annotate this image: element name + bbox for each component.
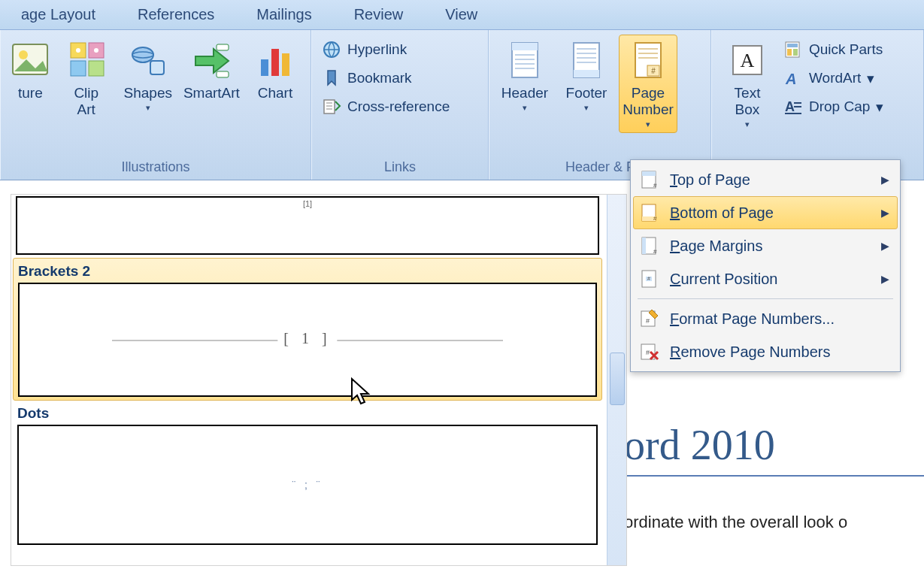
dropdown-arrow-icon: ▾	[745, 120, 750, 129]
pagenumber-menu: # Top of Page ▶ # Bottom of Page ▶ # Pag…	[630, 159, 901, 372]
clipart-label: Clip Art	[74, 85, 98, 118]
tab-page-layout[interactable]: age Layout	[0, 0, 117, 29]
menu-top-of-page[interactable]: # Top of Page ▶	[633, 163, 898, 196]
svg-point-8	[132, 47, 153, 62]
textbox-label: Text Box	[735, 85, 761, 118]
submenu-arrow-icon: ▶	[881, 174, 889, 186]
crossref-button[interactable]: Cross-reference	[318, 93, 458, 120]
remove-icon: #	[638, 341, 659, 362]
page-icon: #	[638, 235, 659, 256]
tab-references[interactable]: References	[117, 0, 235, 29]
ribbon: ture Clip Art Shapes	[0, 30, 924, 180]
dropcap-button[interactable]: A Drop Cap ▾	[780, 93, 892, 120]
svg-rect-19	[512, 43, 538, 50]
svg-rect-14	[271, 49, 279, 76]
preview-pagenum: [ 1 ]	[277, 330, 337, 347]
header-button[interactable]: Header ▾	[495, 35, 554, 117]
gallery-item-brackets2[interactable]: Brackets 2 [ 1 ]	[13, 258, 602, 401]
menu-bottom-of-page[interactable]: # Bottom of Page ▶	[633, 196, 898, 229]
clipart-button[interactable]: Clip Art	[57, 35, 116, 122]
svg-text:A: A	[741, 50, 755, 71]
menu-page-margins[interactable]: # Page Margins ▶	[633, 229, 898, 262]
dropdown-arrow-icon: ▾	[146, 103, 150, 113]
footer-button[interactable]: Footer ▾	[557, 35, 616, 117]
svg-rect-40	[642, 238, 646, 254]
bookmark-icon	[322, 68, 341, 88]
svg-rect-12	[217, 71, 229, 77]
svg-point-7	[94, 48, 98, 53]
svg-text:#: #	[646, 349, 650, 356]
svg-rect-5	[89, 61, 104, 76]
dropdown-arrow-icon: ▾	[584, 103, 589, 113]
svg-rect-11	[217, 44, 229, 50]
bookmark-button[interactable]: Bookmark	[318, 65, 458, 92]
svg-text:#: #	[646, 317, 650, 325]
svg-rect-21	[574, 70, 599, 77]
scrollbar-thumb[interactable]	[610, 353, 625, 405]
page-icon: #	[638, 169, 659, 190]
textbox-button[interactable]: A Text Box ▾	[718, 35, 777, 133]
tab-view[interactable]: View	[424, 0, 498, 29]
wordart-icon: A	[783, 68, 803, 88]
quickparts-icon	[783, 40, 803, 59]
format-icon: #	[638, 308, 659, 329]
pagenumber-button[interactable]: # Page Number ▾	[619, 35, 677, 133]
gallery-preview: [ 1 ]	[18, 283, 597, 397]
picture-button[interactable]: ture	[7, 35, 54, 105]
submenu-arrow-icon: ▶	[881, 240, 889, 252]
chart-icon	[255, 38, 295, 82]
submenu-arrow-icon: ▶	[881, 207, 889, 219]
footer-label: Footer	[566, 85, 607, 101]
menu-format-page-numbers[interactable]: # Format Page Numbers...	[633, 302, 898, 335]
chart-button[interactable]: Chart	[246, 35, 304, 105]
gallery-item-title: Dots	[13, 401, 602, 425]
group-links: Hyperlink Bookmark Cross-reference	[311, 30, 489, 180]
svg-point-6	[76, 48, 80, 53]
smartart-button[interactable]: SmartArt	[180, 35, 243, 105]
submenu-arrow-icon: ▶	[881, 273, 889, 285]
svg-rect-13	[261, 59, 268, 76]
menu-separator	[638, 298, 893, 299]
group-links-label: Links	[314, 157, 486, 178]
menu-current-position[interactable]: # Current Position ▶	[633, 262, 898, 295]
hyperlink-icon	[322, 40, 341, 59]
svg-text:#: #	[653, 248, 657, 255]
pagenumber-gallery: [1] Brackets 2 [ 1 ] Dots ¨ ; ¨	[11, 194, 627, 566]
svg-text:#: #	[651, 67, 656, 75]
gallery-item-dots[interactable]: Dots ¨ ; ¨	[13, 401, 602, 545]
document-body-text: ordinate with the overall look o	[624, 513, 924, 532]
gallery-scrollbar[interactable]	[607, 195, 626, 565]
gallery-preview[interactable]: [1]	[16, 196, 599, 255]
pagenumber-icon: #	[628, 38, 668, 82]
bookmark-label: Bookmark	[347, 70, 412, 86]
shapes-button[interactable]: Shapes ▾	[119, 35, 177, 117]
footer-icon	[566, 38, 607, 82]
svg-rect-28	[787, 44, 798, 47]
svg-rect-4	[71, 61, 86, 76]
quickparts-button[interactable]: Quick Parts	[780, 36, 892, 63]
svg-text:A: A	[785, 71, 796, 87]
menu-remove-page-numbers[interactable]: # Remove Page Numbers	[633, 335, 898, 368]
group-illustrations-label: Illustrations	[2, 157, 309, 178]
svg-rect-10	[150, 61, 164, 74]
group-illustrations: ture Clip Art Shapes	[0, 30, 311, 180]
svg-text:#: #	[653, 215, 657, 222]
group-text: A Text Box ▾ Quick Parts A	[711, 30, 924, 180]
picture-icon	[10, 38, 50, 82]
svg-text:A: A	[785, 99, 795, 114]
hyperlink-button[interactable]: Hyperlink	[318, 36, 458, 63]
tab-review[interactable]: Review	[333, 0, 425, 29]
header-label: Header	[501, 85, 548, 101]
group-headerfooter: Header ▾ Footer ▾ # Page Num	[489, 30, 711, 180]
smartart-icon	[191, 38, 232, 82]
dropdown-arrow-icon: ▾	[523, 103, 527, 113]
dropdown-arrow-icon: ▾	[876, 98, 883, 116]
dropcap-label: Drop Cap	[809, 98, 870, 115]
crossref-icon	[322, 97, 341, 117]
picture-label: ture	[18, 85, 43, 101]
gallery-item-title: Brackets 2	[14, 259, 601, 283]
wordart-button[interactable]: A WordArt ▾	[780, 65, 892, 92]
dropcap-icon: A	[783, 97, 803, 117]
svg-rect-34	[642, 171, 656, 176]
tab-mailings[interactable]: Mailings	[235, 0, 332, 29]
